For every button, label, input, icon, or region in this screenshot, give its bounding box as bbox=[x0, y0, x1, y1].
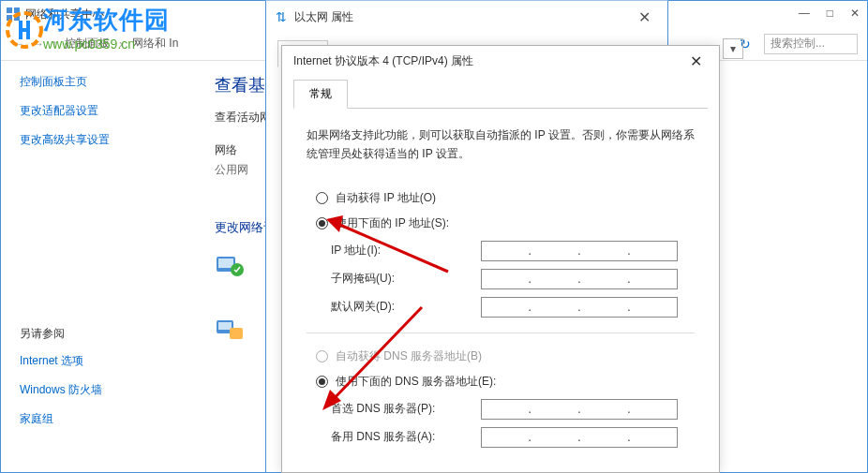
ipv4-title-text: Internet 协议版本 4 (TCP/IPv4) 属性 bbox=[293, 53, 473, 69]
window-title: 网络和共享中心 bbox=[25, 7, 104, 22]
maximize-button[interactable]: □ bbox=[827, 7, 833, 20]
subnet-mask-label: 子网掩码(U): bbox=[331, 271, 481, 287]
search-input[interactable]: 搜索控制... bbox=[764, 34, 858, 54]
view-dropdown-icon[interactable]: ▾ bbox=[723, 38, 743, 59]
sidebar-adapter[interactable]: 更改适配器设置 bbox=[20, 103, 177, 119]
network-center-icon bbox=[7, 7, 20, 21]
alternate-dns-input[interactable]: ... bbox=[481, 427, 678, 448]
breadcrumb-sep-icon: › bbox=[119, 37, 123, 51]
nav-forward-icon[interactable]: → bbox=[33, 37, 44, 51]
ethernet-title-text: 以太网 属性 bbox=[294, 9, 353, 25]
gateway-input[interactable]: ... bbox=[481, 297, 678, 318]
ipv4-content: 如果网络支持此功能，则可以获取自动指派的 IP 设置。否则，你需要从网络系统管理… bbox=[282, 109, 719, 472]
minimize-button[interactable]: — bbox=[799, 7, 810, 20]
sidebar-home[interactable]: 控制面板主页 bbox=[20, 74, 177, 90]
svg-rect-0 bbox=[7, 7, 12, 13]
sidebar-firewall[interactable]: Windows 防火墙 bbox=[20, 382, 177, 398]
ethernet-titlebar: ⇅ 以太网 属性 ✕ bbox=[266, 1, 667, 33]
see-also-title: 另请参阅 bbox=[20, 326, 177, 342]
breadcrumb-root[interactable]: 控制面板 bbox=[65, 36, 110, 52]
sidebar-homegroup[interactable]: 家庭组 bbox=[20, 411, 177, 427]
divider bbox=[307, 333, 695, 333]
svg-rect-3 bbox=[14, 15, 20, 21]
svg-rect-2 bbox=[7, 15, 12, 21]
sidebar-sharing[interactable]: 更改高级共享设置 bbox=[20, 132, 177, 148]
radio-dns-auto bbox=[316, 350, 328, 362]
ipv4-titlebar: Internet 协议版本 4 (TCP/IPv4) 属性 ✕ bbox=[282, 46, 719, 76]
gateway-label: 默认网关(D): bbox=[331, 299, 481, 315]
alternate-dns-label: 备用 DNS 服务器(A): bbox=[331, 429, 481, 445]
sidebar-internet-options[interactable]: Internet 选项 bbox=[20, 353, 177, 369]
svg-rect-1 bbox=[14, 7, 20, 13]
ip-address-input[interactable]: ... bbox=[481, 241, 678, 261]
radio-ip-auto-label: 自动获得 IP 地址(O) bbox=[336, 190, 436, 206]
radio-ip-manual-label: 使用下面的 IP 地址(S): bbox=[336, 215, 449, 231]
svg-rect-9 bbox=[230, 328, 243, 339]
ethernet-icon: ⇅ bbox=[276, 9, 287, 24]
tab-general[interactable]: 常规 bbox=[293, 80, 348, 109]
svg-rect-8 bbox=[218, 322, 232, 330]
breadcrumb-current[interactable]: 网络和 In bbox=[132, 36, 178, 52]
radio-dns-manual[interactable] bbox=[316, 376, 328, 388]
ip-address-label: IP 地址(I): bbox=[331, 243, 481, 259]
ipv4-close-button[interactable]: ✕ bbox=[684, 52, 708, 70]
left-sidebar: 控制面板主页 更改适配器设置 更改高级共享设置 另请参阅 Internet 选项… bbox=[1, 61, 196, 472]
ethernet-close-button[interactable]: ✕ bbox=[631, 8, 658, 26]
ipv4-tabstrip: 常规 bbox=[293, 80, 708, 109]
ipv4-properties-dialog: Internet 协议版本 4 (TCP/IPv4) 属性 ✕ 常规 如果网络支… bbox=[281, 45, 720, 473]
close-button[interactable]: ✕ bbox=[850, 7, 860, 20]
preferred-dns-label: 首选 DNS 服务器(P): bbox=[331, 401, 481, 417]
radio-ip-manual[interactable] bbox=[316, 217, 328, 229]
radio-dns-manual-label: 使用下面的 DNS 服务器地址(E): bbox=[336, 374, 496, 390]
search-placeholder: 搜索控制... bbox=[771, 36, 825, 52]
nav-back-icon[interactable]: ← bbox=[14, 37, 25, 51]
svg-rect-5 bbox=[218, 259, 233, 268]
caption-buttons: — □ ✕ bbox=[799, 7, 860, 20]
radio-dns-auto-label: 自动获得 DNS 服务器地址(B) bbox=[336, 348, 482, 364]
nav-up-icon[interactable]: ↑ bbox=[52, 37, 57, 51]
subnet-mask-input[interactable]: ... bbox=[481, 269, 678, 289]
ipv4-description: 如果网络支持此功能，则可以获取自动指派的 IP 设置。否则，你需要从网络系统管理… bbox=[307, 126, 695, 164]
preferred-dns-input[interactable]: ... bbox=[481, 399, 678, 420]
radio-ip-auto[interactable] bbox=[316, 192, 328, 204]
